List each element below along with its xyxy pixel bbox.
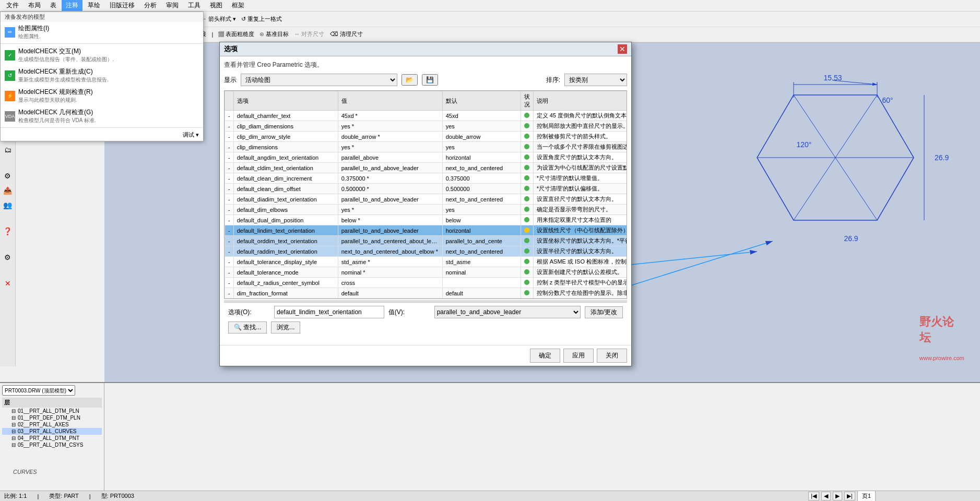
tb-align-dim[interactable]: ↔ 对齐尺寸 (292, 30, 326, 38)
menu-table[interactable]: 表 (46, 0, 61, 11)
vtb-exit[interactable]: ✕ (1, 277, 15, 290)
page-tab[interactable]: 页1 (857, 491, 876, 501)
col-value: 值 (338, 91, 442, 111)
row-status (521, 194, 533, 205)
page-last-btn[interactable]: ▶| (844, 492, 855, 500)
row-desc: 控制分数尺寸在绘图中的显示。除非设置为'默认 (533, 288, 627, 299)
row-default: 0.500000 (442, 184, 521, 194)
search-btn[interactable]: 🔍 查找... (228, 321, 267, 333)
row-name: dim_fraction_format (233, 288, 338, 299)
table-row[interactable]: - default_orddim_text_orientation parall… (225, 236, 628, 246)
table-row[interactable]: - default_clean_dim_offset 0.500000 * 0.… (225, 184, 628, 194)
row-status (521, 215, 533, 225)
layer-label: 01__PRT_ALL_DTM_PLN (18, 408, 79, 414)
table-header: 选项 值 默认 状况 说明 (225, 91, 628, 111)
table-row[interactable]: - clip_diam_dimensions yes * yes 控制局部放大图… (225, 121, 628, 132)
table-row[interactable]: - clip_dimensions yes * yes 当一个或多个尺寸界限在修… (225, 142, 628, 152)
display-folder-btn[interactable]: 📂 (402, 74, 418, 86)
layer-item[interactable]: ⊟01__PRT_DEF_DTM_PLN (2, 414, 102, 421)
add-change-btn[interactable]: 添加/更改 (585, 306, 623, 318)
row-status (521, 288, 533, 299)
menu-item-modelcheck-regen[interactable]: ↺ ModelCHECK 重新生成(C) 重新生成模型并生成模型检查信息报告. (1, 65, 203, 86)
vtb-help[interactable]: ❓ (1, 224, 15, 238)
table-row[interactable]: - dim_leader_length 4.000000 0.500000 在尺… (225, 299, 628, 300)
table-row[interactable]: - default_tolerance_display_style std_as… (225, 257, 628, 267)
menu-annotation[interactable]: 注释 (62, 0, 82, 11)
tb-arrowstyle[interactable]: ← 箭头样式 ▾ (199, 15, 238, 23)
row-value: nominal * (338, 267, 442, 278)
menu-layout[interactable]: 布局 (24, 0, 45, 11)
modelcheck-regen-icon: ↺ (5, 70, 15, 81)
table-row[interactable]: - default_lindim_text_orientation parall… (225, 225, 628, 236)
ok-btn[interactable]: 确定 (530, 349, 560, 363)
row-desc: 根据 ASME 或 ISO 检图标准，控制相对于公称尺 (533, 257, 627, 267)
options-table-scroll[interactable]: 选项 值 默认 状况 说明 - default_chamfer_text 45x… (224, 90, 627, 299)
layer-label: 05__PRT_ALL_DTM_CSYS (18, 442, 83, 448)
menu-tools[interactable]: 工具 (184, 0, 205, 11)
vtb-options[interactable]: ⚙ (1, 250, 15, 264)
menu-frame[interactable]: 框架 (228, 0, 249, 11)
row-expand: - (225, 184, 234, 194)
model-select[interactable]: PRT0003.DRW (顶层模型) (2, 385, 75, 396)
row-name: default_cldim_text_orientation (233, 163, 338, 173)
vtb-meeting[interactable]: 👥 (1, 198, 15, 212)
vtb-prepare[interactable]: ⚙ (1, 169, 15, 183)
row-expand: - (225, 152, 234, 163)
display-select[interactable]: 活动绘图 (241, 74, 397, 86)
menu-analysis[interactable]: 分析 (140, 0, 161, 11)
option-input[interactable] (274, 306, 384, 318)
menu-sketch[interactable]: 草绘 (84, 0, 104, 11)
table-row[interactable]: - dim_fraction_format default default 控制… (225, 288, 628, 299)
page-prev-btn[interactable]: ◀ (821, 492, 831, 500)
close-btn[interactable]: 关闭 (597, 349, 627, 363)
table-row[interactable]: - clip_dim_arrow_style double_arrow * do… (225, 132, 628, 142)
menu-migrate[interactable]: 旧版迁移 (105, 0, 139, 11)
row-value: default (338, 288, 442, 299)
layer-item[interactable]: ⊟04__PRT_ALL_DTM_PNT (2, 435, 102, 442)
table-row[interactable]: - default_tolerance_mode nominal * nomin… (225, 267, 628, 278)
modelcheck-interactive-sublabel: 生成模型信息报告（零件、装配或绘图）. (18, 56, 114, 63)
row-name: default_raddim_text_orientation (233, 246, 338, 257)
menu-item-modelcheck-interactive[interactable]: ✓ ModelCHECK 交互(M) 生成模型信息报告（零件、装配或绘图）. (1, 45, 203, 65)
table-row[interactable]: - default_cldim_text_orientation paralle… (225, 163, 628, 173)
dialog-footer: 确定 应用 关闭 (220, 345, 631, 366)
layer-item[interactable]: ⊟01__PRT_ALL_DTM_PLN (2, 408, 102, 414)
table-row[interactable]: - default_raddim_text_orientation next_t… (225, 246, 628, 257)
menu-item-drawing-props[interactable]: ✏ 绘图属性(I) 绘图属性. (1, 22, 203, 42)
tb-surface[interactable]: ▦ 表面粗糙度 (216, 30, 256, 38)
vtb-manage[interactable]: 🗂 (1, 143, 15, 157)
table-row[interactable]: - default_dim_elbows yes * yes 确定是否显示带弯肘… (225, 205, 628, 215)
layer-item[interactable]: ⊟03__PRT_ALL_CURVES (2, 428, 102, 435)
tb-repeat-style[interactable]: ↺ 重复上一格式 (239, 15, 284, 23)
layer-item[interactable]: ⊟02__PRT_ALL_AXES (2, 421, 102, 428)
modelcheck-rules-content: ModelCHECK 规则检查(R) 显示与此模型关联的规则. (18, 88, 93, 104)
menu-file[interactable]: 文件 (2, 0, 23, 11)
display-save-btn[interactable]: 💾 (422, 74, 438, 86)
apply-btn[interactable]: 应用 (563, 349, 594, 363)
row-value: parallel_to_and_above_leader (338, 163, 442, 173)
menu-item-modelcheck-geo[interactable]: VDA ModelCHECK 几何检查(G) 检查模型几何是否符合 VDA 标准… (1, 106, 203, 126)
page-next-btn[interactable]: ▶ (833, 492, 842, 500)
layer-item[interactable]: ⊟05__PRT_ALL_DTM_CSYS (2, 442, 102, 448)
menu-review[interactable]: 审阅 (162, 0, 183, 11)
value-select[interactable]: parallel_to_and_above_leader (434, 306, 581, 318)
table-row[interactable]: - default_angdim_text_orientation parall… (225, 152, 628, 163)
table-row[interactable]: - default_z_radius_center_symbol cross 控… (225, 278, 628, 288)
drawing-props-label: 绘图属性(I) (18, 24, 49, 33)
dialog-close-btn[interactable]: ✕ (618, 44, 627, 54)
tb-datum-target[interactable]: ⊙ 基准目标 (257, 30, 291, 38)
table-row[interactable]: - default_diadim_text_orientation parall… (225, 194, 628, 205)
vtb-publish[interactable]: 📤 (1, 184, 15, 197)
sort-select[interactable]: 按类别 (564, 74, 627, 86)
browse-btn[interactable]: 浏览... (271, 321, 300, 333)
table-row[interactable]: - default_chamfer_text 45xd * 45xd 定义 45… (225, 111, 628, 121)
tb-clean-dim[interactable]: ⌫ 清理尺寸 (328, 30, 365, 38)
menu-view[interactable]: 视图 (206, 0, 227, 11)
menu-item-modelcheck-rules[interactable]: ⚡ ModelCHECK 规则检查(R) 显示与此模型关联的规则. (1, 86, 203, 106)
table-row[interactable]: - default_clean_dim_increment 0.375000 *… (225, 173, 628, 184)
layer-icon: ⊟ (11, 435, 16, 441)
page-first-btn[interactable]: |◀ (808, 492, 819, 500)
table-row[interactable]: - default_dual_dim_position below * belo… (225, 215, 628, 225)
row-status (521, 225, 533, 236)
debug-btn[interactable]: 调试 ▾ (183, 131, 199, 139)
